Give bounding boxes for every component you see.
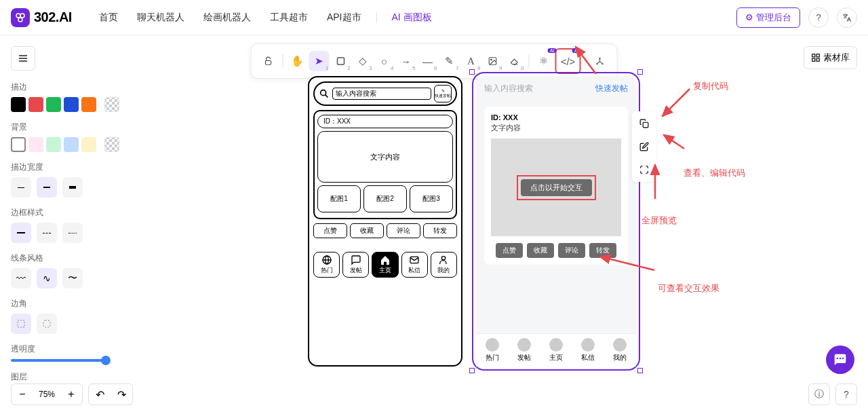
- redo-button[interactable]: ↷: [111, 388, 132, 401]
- help-footer-button[interactable]: ?: [835, 383, 857, 405]
- svg-rect-17: [812, 58, 815, 61]
- arrow-interaction: [597, 253, 658, 274]
- annotation-copy-code: 复制代码: [693, 80, 728, 92]
- wf-pic-2: 配图2: [363, 185, 407, 212]
- svg-point-19: [321, 90, 326, 96]
- mr-id: ID: XXX: [491, 113, 621, 121]
- nav-chatbot[interactable]: 聊天机器人: [137, 12, 184, 24]
- svg-line-26: [576, 47, 596, 74]
- wf-nav-home: 主页: [372, 252, 398, 278]
- nav-apimarket[interactable]: API超市: [327, 12, 361, 24]
- gear-icon: ⚙: [745, 12, 753, 22]
- bottom-toolbar-right: ⓘ ?: [808, 383, 857, 405]
- wireframe-mockup[interactable]: 输入内容搜索 ✎快速发帖 ID：XXX 文字内容 配图1 配图2 配图3 点赞 …: [308, 76, 462, 367]
- mr-quick-post: 快速发帖: [595, 83, 628, 94]
- svg-line-27: [663, 89, 690, 116]
- svg-point-11: [491, 59, 492, 60]
- copy-code-button[interactable]: [635, 114, 654, 133]
- wf-nav-hot: 热门: [313, 252, 340, 278]
- edit-code-button[interactable]: [635, 137, 654, 156]
- arrow-copy-code: [659, 86, 693, 119]
- arrow-view-edit: [660, 132, 688, 152]
- mr-image-placeholder: 300 × 300 点击以开始交互: [491, 138, 621, 236]
- arrow-to-code-tool: [572, 43, 599, 77]
- wf-action-comment: 评论: [387, 223, 420, 238]
- interact-button[interactable]: 点击以开始交互: [521, 179, 592, 196]
- svg-rect-16: [816, 54, 819, 57]
- chat-bubble-button[interactable]: [826, 345, 854, 374]
- svg-line-30: [600, 257, 654, 270]
- nav-drawbot[interactable]: 绘画机器人: [203, 12, 251, 24]
- logo[interactable]: 302.AI: [11, 8, 72, 27]
- header: 302.AI 首页 聊天机器人 绘画机器人 工具超市 API超市 AI 画图板 …: [0, 0, 868, 35]
- nav-drawboard[interactable]: AI 画图板: [392, 12, 432, 24]
- svg-point-12: [599, 58, 600, 58]
- wf-pic-3: 配图3: [410, 185, 453, 212]
- wf-pic-1: 配图1: [317, 185, 361, 212]
- svg-point-23: [442, 257, 446, 260]
- annotation-interaction: 可查看交互效果: [658, 282, 719, 295]
- zoom-in-button[interactable]: +: [60, 388, 82, 400]
- nav-home[interactable]: 首页: [99, 12, 118, 24]
- svg-point-14: [602, 64, 603, 64]
- rendered-mockup[interactable]: 输入内容搜索 快速发帖 ID: XXX 文字内容 300 × 300 点击以开始…: [476, 76, 636, 367]
- wf-id-label: ID：XXX: [317, 115, 453, 128]
- wf-nav-post: 发帖: [342, 252, 369, 278]
- zoom-out-button[interactable]: −: [12, 388, 33, 400]
- arrow-fullscreen: [648, 162, 662, 202]
- svg-rect-15: [812, 54, 815, 57]
- svg-rect-8: [265, 60, 271, 64]
- annotation-fullscreen: 全屏预览: [642, 214, 677, 227]
- mr-nav-hot: 热门: [476, 338, 508, 362]
- svg-line-28: [664, 135, 684, 149]
- wf-content: 文字内容: [317, 131, 453, 183]
- mr-action-comment: 评论: [558, 243, 585, 258]
- mr-nav-post: 发帖: [508, 338, 540, 362]
- top-nav: 首页 聊天机器人 绘画机器人 工具超市 API超市 AI 画图板: [99, 12, 432, 24]
- svg-point-1: [20, 14, 24, 18]
- nav-divider: [376, 12, 377, 23]
- svg-point-0: [16, 14, 20, 18]
- bottom-toolbar-left: − 75% + ↶ ↷: [11, 383, 133, 405]
- svg-rect-24: [643, 122, 648, 128]
- nav-toolmarket[interactable]: 工具超市: [270, 12, 308, 24]
- zoom-control: − 75% +: [11, 383, 83, 405]
- language-button[interactable]: [837, 7, 857, 28]
- material-library-button[interactable]: 素材库: [804, 46, 857, 69]
- annotation-view-edit: 查看、编辑代码: [684, 167, 745, 179]
- wf-action-forward: 转发: [423, 223, 457, 238]
- mr-search-placeholder: 输入内容搜索: [484, 83, 533, 94]
- interact-button-highlight: 点击以开始交互: [517, 175, 596, 200]
- svg-point-2: [18, 18, 22, 22]
- mr-action-like: 点赞: [496, 243, 523, 258]
- help-button[interactable]: ?: [808, 7, 829, 28]
- logo-icon: [11, 8, 30, 27]
- canvas[interactable]: 输入内容搜索 ✎快速发帖 ID：XXX 文字内容 配图1 配图2 配图3 点赞 …: [0, 67, 868, 379]
- mr-action-favorite: 收藏: [527, 243, 554, 258]
- mr-nav-message: 私信: [572, 338, 604, 362]
- admin-backend-button[interactable]: ⚙ 管理后台: [736, 7, 800, 28]
- mr-nav-mine: 我的: [604, 338, 636, 362]
- svg-rect-18: [816, 58, 819, 61]
- zoom-value[interactable]: 75%: [33, 390, 60, 399]
- wf-nav-mine: 我的: [431, 252, 457, 278]
- wf-action-like: 点赞: [313, 223, 347, 238]
- wf-search-input: 输入内容搜索: [332, 88, 431, 100]
- info-button[interactable]: ⓘ: [808, 383, 830, 405]
- mr-content-text: 文字内容: [491, 123, 621, 133]
- wf-quick-post: ✎快速发帖: [434, 85, 452, 102]
- svg-line-20: [326, 95, 328, 98]
- logo-text: 302.AI: [34, 10, 72, 25]
- svg-rect-9: [338, 58, 344, 64]
- wf-action-favorite: 收藏: [350, 223, 384, 238]
- wf-nav-message: 私信: [401, 252, 428, 278]
- undo-button[interactable]: ↶: [89, 388, 111, 401]
- search-icon: [319, 88, 330, 99]
- mr-nav-home: 主页: [540, 338, 572, 362]
